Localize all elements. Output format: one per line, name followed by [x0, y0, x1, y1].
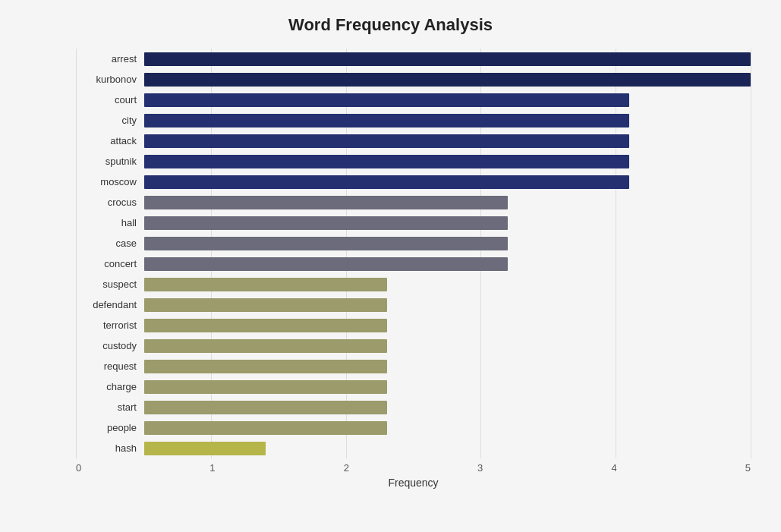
bar-fill: [144, 421, 387, 435]
bar-label: case: [76, 238, 144, 249]
bar-fill: [144, 298, 387, 312]
bar-fill: [144, 175, 629, 189]
bar-row: city: [76, 112, 751, 129]
chart-container: Word Frequency Analysis arrestkurbonovco…: [0, 0, 781, 532]
bar-track: [144, 401, 751, 414]
bar-track: [144, 134, 751, 148]
bar-row: arrest: [76, 51, 751, 68]
bar-label: terrorist: [76, 320, 144, 331]
bar-row: sputnik: [76, 153, 751, 170]
bar-row: people: [76, 420, 751, 436]
bar-track: [144, 216, 751, 230]
bars-wrapper: arrestkurbonovcourtcityattacksputnikmosc…: [76, 49, 751, 458]
bar-track: [144, 52, 751, 66]
bar-fill: [144, 257, 508, 271]
bar-track: [144, 360, 751, 373]
bar-label: attack: [76, 135, 144, 146]
x-tick-label: 4: [611, 462, 616, 474]
bar-track: [144, 93, 751, 107]
x-tick-label: 1: [209, 462, 215, 474]
bar-track: [144, 257, 751, 271]
bar-label: suspect: [76, 279, 144, 290]
bar-track: [144, 421, 751, 435]
grid-line: [751, 49, 751, 458]
bar-label: concert: [76, 258, 144, 269]
bar-fill: [144, 216, 508, 230]
bar-label: defendant: [76, 299, 144, 310]
bar-track: [144, 278, 751, 291]
bar-fill: [144, 155, 629, 168]
bar-row: attack: [76, 133, 751, 150]
x-axis-ticks: 012345: [76, 458, 751, 474]
bar-track: [144, 155, 751, 168]
bar-label: city: [76, 115, 144, 126]
bar-fill: [144, 52, 751, 66]
bar-row: suspect: [76, 276, 751, 293]
x-tick-label: 2: [344, 462, 349, 474]
bar-row: moscow: [76, 174, 751, 190]
bar-label: sputnik: [76, 156, 144, 167]
bar-fill: [144, 93, 629, 107]
bar-label: start: [76, 401, 144, 413]
x-tick-label: 3: [477, 462, 483, 474]
bar-row: charge: [76, 379, 751, 395]
bar-row: crocus: [76, 194, 751, 211]
bar-row: case: [76, 235, 751, 252]
bar-track: [144, 319, 751, 332]
bar-row: terrorist: [76, 317, 751, 334]
bar-fill: [144, 73, 751, 87]
bar-track: [144, 237, 751, 250]
bar-track: [144, 298, 751, 312]
chart-title: Word Frequency Analysis: [30, 15, 751, 35]
x-axis-label: Frequency: [76, 477, 751, 489]
bar-label: custody: [76, 340, 144, 351]
bar-label: charge: [76, 381, 144, 392]
x-tick-label: 5: [745, 462, 751, 474]
bar-fill: [144, 114, 629, 127]
bar-fill: [144, 278, 387, 291]
bar-row: request: [76, 358, 751, 375]
bar-row: hall: [76, 215, 751, 231]
bar-label: request: [76, 360, 144, 372]
bar-label: crocus: [76, 197, 144, 208]
bar-row: start: [76, 399, 751, 416]
bar-track: [144, 339, 751, 353]
bar-fill: [144, 319, 387, 332]
bar-track: [144, 114, 751, 127]
bar-label: hash: [76, 442, 144, 454]
bar-track: [144, 380, 751, 394]
bar-row: court: [76, 92, 751, 109]
bar-fill: [144, 237, 508, 250]
bar-row: hash: [76, 440, 751, 457]
bar-label: moscow: [76, 176, 144, 187]
bar-label: court: [76, 94, 144, 105]
bar-track: [144, 175, 751, 189]
bar-track: [144, 196, 751, 209]
x-tick-label: 0: [76, 462, 81, 474]
bar-fill: [144, 339, 387, 353]
bar-label: arrest: [76, 53, 144, 65]
bar-fill: [144, 380, 387, 394]
bar-fill: [144, 442, 266, 455]
bar-track: [144, 73, 751, 87]
x-axis: 012345 Frequency: [76, 458, 751, 489]
bar-fill: [144, 196, 508, 209]
bar-fill: [144, 360, 387, 373]
bar-label: hall: [76, 217, 144, 228]
bar-row: kurbonov: [76, 71, 751, 88]
bar-fill: [144, 134, 629, 148]
bar-row: defendant: [76, 297, 751, 313]
bar-label: people: [76, 422, 144, 433]
bar-row: concert: [76, 256, 751, 272]
bar-fill: [144, 401, 387, 414]
bar-row: custody: [76, 338, 751, 354]
chart-area: arrestkurbonovcourtcityattacksputnikmosc…: [76, 49, 751, 489]
bar-label: kurbonov: [76, 74, 144, 85]
bar-track: [144, 442, 751, 455]
